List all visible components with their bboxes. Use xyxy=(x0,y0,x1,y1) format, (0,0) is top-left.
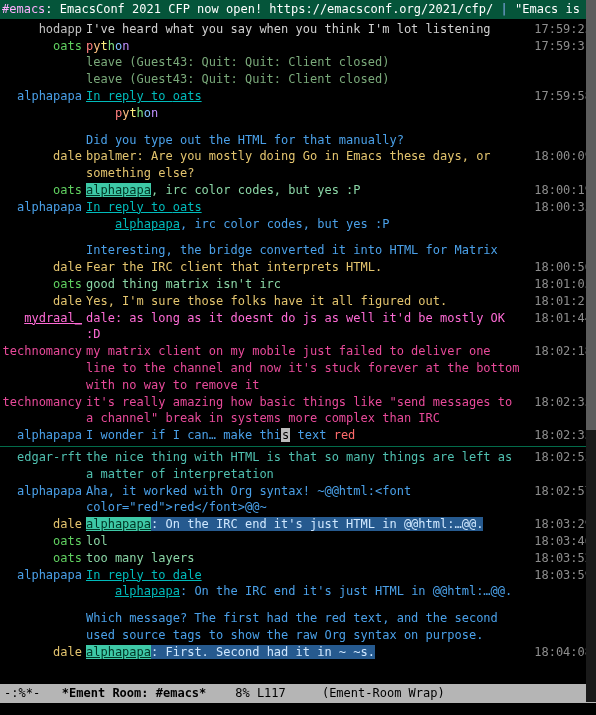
message: alphapapa: On the IRC end it's just HTML… xyxy=(86,583,532,600)
message: my matrix client on my mobile just faile… xyxy=(86,343,532,393)
chat-row: technomancy it's really amazing how basi… xyxy=(0,394,596,428)
chat-row: alphapapa In reply to oats 18:00:35 xyxy=(0,199,596,216)
message: bpalmer: Are you mostly doing Go in Emac… xyxy=(86,148,532,182)
rainbow-text: python xyxy=(115,106,158,120)
reply-to-link[interactable]: In reply to dale xyxy=(86,568,202,582)
emacs-frame: #emacs: EmacsConf 2021 CFP now open! htt… xyxy=(0,0,596,715)
nick: oats xyxy=(0,276,86,293)
chat-row: dale bpalmer: Are you mostly doing Go in… xyxy=(0,148,596,182)
message: Aha, it worked with Org syntax! ~@@html:… xyxy=(86,483,532,517)
nick: dale xyxy=(0,259,86,276)
major-mode: (Ement-Room Wrap) xyxy=(322,686,445,700)
message: lol xyxy=(86,533,532,550)
chat-row: leave (Guest43: Quit: Quit: Client close… xyxy=(0,71,596,88)
mention[interactable]: alphapapa xyxy=(86,183,151,197)
message: Fear the IRC client that interprets HTML… xyxy=(86,259,532,276)
message: python xyxy=(86,105,532,122)
message: I've heard what you say when you think I… xyxy=(86,21,532,38)
chat-row: leave (Guest43: Quit: Quit: Client close… xyxy=(0,54,596,71)
channel-name: #emacs xyxy=(2,2,45,16)
topic-part-a: EmacsConf 2021 CFP now open! https://ema… xyxy=(60,2,493,16)
nick: mydraal_ xyxy=(0,310,86,327)
nick: edgar-rft xyxy=(0,449,86,466)
message: alphapapa, irc color codes, but yes :P xyxy=(86,182,532,199)
chat-row: dale alphapapa: On the IRC end it's just… xyxy=(0,516,596,533)
mention[interactable]: alphapapa xyxy=(86,645,151,659)
chat-row: Did you type out the HTML for that manua… xyxy=(0,132,596,149)
text-cursor: s xyxy=(281,428,290,442)
reply-to-link[interactable]: In reply to oats xyxy=(86,200,202,214)
nick: dale xyxy=(0,644,86,661)
message: alphapapa: First. Second had it in ~ ~s. xyxy=(86,644,532,661)
scrollbar[interactable] xyxy=(586,0,596,702)
mention[interactable]: alphapapa xyxy=(115,584,180,598)
nick: alphapapa xyxy=(0,483,86,500)
message: python xyxy=(86,38,532,55)
divider xyxy=(0,446,596,447)
modeline: -:%*- *Ement Room: #emacs* 8% L117 (Emen… xyxy=(0,684,596,703)
chat-row: alphapapa: On the IRC end it's just HTML… xyxy=(0,583,596,600)
nick: hodapp xyxy=(0,21,86,38)
message: In reply to oats xyxy=(86,199,532,216)
minibuffer[interactable] xyxy=(0,703,596,715)
chat-row: edgar-rft the nice thing with HTML is th… xyxy=(0,449,596,483)
chat-row: mydraal_ dale: as long as it doesnt do j… xyxy=(0,310,596,344)
position: 8% L117 xyxy=(235,686,286,700)
nick: oats xyxy=(0,550,86,567)
message: Which message? The first had the red tex… xyxy=(86,610,532,644)
mention[interactable]: alphapapa xyxy=(115,217,180,231)
chat-row: alphapapa I wonder if I can… make this t… xyxy=(0,427,596,444)
message: In reply to oats xyxy=(86,88,532,105)
chat-row: alphapapa Aha, it worked with Org syntax… xyxy=(0,483,596,517)
chat-row: oats alphapapa, irc color codes, but yes… xyxy=(0,182,596,199)
chat-row: oats lol 18:03:46 xyxy=(0,533,596,550)
nick: oats xyxy=(0,38,86,55)
nick: alphapapa xyxy=(0,567,86,584)
message: I wonder if I can… make this text red xyxy=(86,427,532,444)
message: alphapapa, irc color codes, but yes :P xyxy=(86,216,532,233)
message: dale: as long as it doesnt do js as well… xyxy=(86,310,532,344)
titlebar: #emacs: EmacsConf 2021 CFP now open! htt… xyxy=(0,0,596,19)
nick: alphapapa xyxy=(0,427,86,444)
message: Interesting, the bridge converted it int… xyxy=(86,242,532,259)
message: Did you type out the HTML for that manua… xyxy=(86,132,532,149)
nick: alphapapa xyxy=(0,199,86,216)
nick: dale xyxy=(0,148,86,165)
buffer-name: *Ement Room: #emacs* xyxy=(62,686,207,700)
chat-row: dale Yes, I'm sure those folks have it a… xyxy=(0,293,596,310)
chat-row: oats too many layers 18:03:52 xyxy=(0,550,596,567)
chat-row: alphapapa In reply to oats 17:59:58 xyxy=(0,88,596,105)
nick: technomancy xyxy=(0,394,86,411)
nick: technomancy xyxy=(0,343,86,360)
system-message: leave (Guest43: Quit: Quit: Client close… xyxy=(86,71,532,88)
nick: alphapapa xyxy=(0,88,86,105)
topic-part-b: "Emacs is a co xyxy=(515,2,596,16)
scrollbar-thumb[interactable] xyxy=(586,0,596,430)
reply-to-link[interactable]: In reply to oats xyxy=(86,89,202,103)
chat-row: technomancy my matrix client on my mobil… xyxy=(0,343,596,393)
chat-row: dale alphapapa: First. Second had it in … xyxy=(0,644,596,661)
chat-row: Interesting, the bridge converted it int… xyxy=(0,242,596,259)
nick: oats xyxy=(0,182,86,199)
message: alphapapa: On the IRC end it's just HTML… xyxy=(86,516,532,533)
message: In reply to dale xyxy=(86,567,532,584)
nick: oats xyxy=(0,533,86,550)
message: it's really amazing how basic things lik… xyxy=(86,394,532,428)
message: good thing matrix isn't irc xyxy=(86,276,532,293)
chat-row: Which message? The first had the red tex… xyxy=(0,610,596,644)
chat-row: hodapp I've heard what you say when you … xyxy=(0,21,596,38)
chat-row: oats python 17:59:31 xyxy=(0,38,596,55)
chat-row: dale Fear the IRC client that interprets… xyxy=(0,259,596,276)
mention[interactable]: alphapapa xyxy=(86,517,151,531)
rainbow-text: python xyxy=(86,39,129,53)
nick: dale xyxy=(0,516,86,533)
message: the nice thing with HTML is that so many… xyxy=(86,449,532,483)
system-message: leave (Guest43: Quit: Quit: Client close… xyxy=(86,54,532,71)
chat-log[interactable]: hodapp I've heard what you say when you … xyxy=(0,19,596,684)
nick: dale xyxy=(0,293,86,310)
chat-row: alphapapa, irc color codes, but yes :P xyxy=(0,216,596,233)
chat-row: oats good thing matrix isn't irc 18:01:0… xyxy=(0,276,596,293)
message: too many layers xyxy=(86,550,532,567)
chat-row: python xyxy=(0,105,596,122)
message: Yes, I'm sure those folks have it all fi… xyxy=(86,293,532,310)
